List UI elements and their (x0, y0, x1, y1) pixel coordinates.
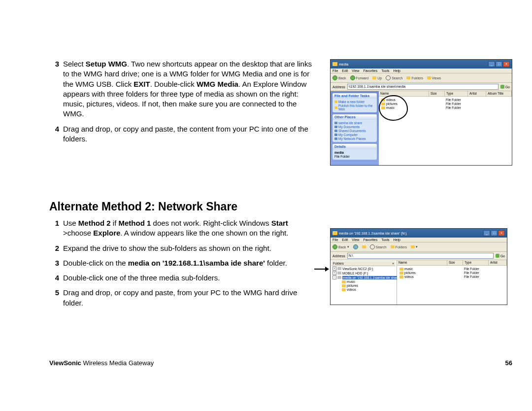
go-button[interactable]: Go (500, 85, 510, 89)
tree-node[interactable]: +MOBILE HDD (F:) (332, 271, 396, 275)
maximize-button[interactable]: □ (491, 230, 498, 236)
file-name: music (386, 106, 395, 109)
column-header[interactable]: Album Title (486, 91, 512, 96)
search-button[interactable]: Search (386, 75, 402, 80)
expand-toggle[interactable]: - (332, 275, 336, 279)
column-header[interactable]: Type (445, 91, 468, 96)
views-button[interactable]: ▾ (411, 245, 418, 249)
drive-icon (337, 276, 341, 279)
tree-node[interactable]: music (332, 280, 396, 283)
forward-icon (353, 244, 358, 249)
details-line: media (334, 151, 375, 154)
close-tree-icon[interactable]: × (392, 262, 394, 265)
sidebar-link[interactable]: Shared Documents (334, 129, 375, 133)
views-button[interactable]: Views (427, 76, 441, 80)
link-icon (334, 106, 337, 109)
file-row[interactable]: musicFile Folder (381, 106, 509, 109)
window-controls: _□× (488, 61, 510, 67)
sidebar-link[interactable]: My Network Places (334, 137, 375, 140)
file-type: File Folder (463, 267, 486, 271)
up-button[interactable]: Up (372, 76, 382, 80)
column-header[interactable]: Name (379, 91, 429, 96)
file-row[interactable]: picturesFile Folder (381, 102, 509, 105)
sidebar-link[interactable]: Make a new folder (334, 100, 375, 103)
tree-node[interactable]: +ViewSonic NCC2 (D:) (332, 267, 396, 271)
minimize-button[interactable]: _ (488, 61, 495, 67)
tree-node[interactable]: pictures (332, 284, 396, 287)
file-type: File Folder (463, 275, 486, 278)
file-type: File Folder (444, 106, 468, 109)
menu-item[interactable]: Help (394, 69, 400, 72)
column-header[interactable]: Artist (468, 91, 486, 96)
section-2-heading: Alternate Method 2: Network Share (49, 200, 512, 213)
search-button[interactable]: Search (370, 244, 387, 249)
address-field[interactable]: N:\ (347, 253, 494, 259)
menu-item[interactable]: View (352, 69, 359, 72)
views-icon (411, 245, 415, 248)
file-row[interactable]: videosFile Folder (381, 98, 509, 102)
menu-item[interactable]: File (332, 238, 338, 241)
toolbar: Back Forward Up Search Folders Views (331, 73, 512, 83)
up-button[interactable] (362, 245, 366, 248)
back-button[interactable]: Back ▾ (332, 244, 349, 249)
menu-item[interactable]: Favorites (363, 238, 377, 241)
tree-node[interactable]: -media on '192.168.1.1\samba ide share' … (332, 275, 396, 279)
go-button[interactable]: Go (496, 254, 505, 258)
tree-node[interactable]: videos (332, 288, 396, 291)
column-header[interactable]: Type (463, 260, 489, 265)
back-icon (332, 75, 337, 80)
back-button[interactable]: Back (332, 75, 346, 80)
expand-toggle[interactable]: + (332, 271, 336, 275)
menu-item[interactable]: Edit (342, 238, 348, 241)
folders-button[interactable]: Folders (391, 245, 407, 249)
titlebar: media _□× (331, 60, 512, 68)
step-number: 5 (49, 288, 59, 298)
link-icon (334, 101, 337, 103)
close-button[interactable]: × (498, 230, 505, 236)
folders-button[interactable]: Folders (406, 76, 423, 80)
menu-item[interactable]: File (332, 69, 338, 72)
folder-icon (399, 268, 403, 271)
column-headers: NameSizeTypeArtist (397, 260, 507, 266)
menu-item[interactable]: Favorites (363, 69, 377, 72)
step-body: Double-click on the media on '192.168.1.… (63, 258, 315, 268)
pointer-arrow (314, 266, 329, 272)
link-icon (334, 126, 337, 128)
sidebar-link[interactable]: My Computer (334, 133, 375, 137)
search-icon (386, 75, 391, 80)
file-row[interactable]: picturesFile Folder (399, 271, 504, 274)
file-name: music (404, 267, 413, 271)
link-icon (334, 122, 337, 124)
section-1-text: 3Select Setup WMG. Two new shortcuts app… (49, 59, 315, 149)
sidebar-link[interactable]: Publish this folder to the Web (334, 104, 375, 111)
menu-bar: FileEditViewFavoritesToolsHelp (331, 68, 512, 73)
column-header[interactable]: Size (447, 260, 463, 265)
minimize-button[interactable]: _ (483, 230, 490, 236)
maximize-button[interactable]: □ (496, 61, 502, 67)
column-header[interactable]: Name (397, 260, 447, 265)
sidebar-link[interactable]: My Documents (334, 125, 375, 129)
address-bar: Address \\192.168.1.1\samba ide share\me… (331, 83, 512, 91)
close-button[interactable]: × (503, 61, 510, 67)
menu-item[interactable]: Help (394, 238, 400, 241)
column-header[interactable]: Artist (489, 260, 507, 265)
menu-item[interactable]: View (352, 238, 359, 241)
menu-bar: FileEditViewFavoritesToolsHelp (331, 238, 507, 242)
file-row[interactable]: musicFile Folder (399, 267, 504, 271)
link-label: My Documents (338, 125, 360, 129)
address-field[interactable]: \\192.168.1.1\samba ide share\media (347, 84, 499, 90)
link-icon (334, 137, 337, 140)
expand-toggle[interactable]: + (332, 267, 336, 271)
sidebar-link[interactable]: samba ide share (334, 121, 375, 125)
menu-item[interactable]: Tools (381, 238, 389, 241)
forward-button[interactable] (353, 244, 358, 249)
forward-button[interactable]: Forward (350, 75, 369, 80)
file-name: videos (386, 98, 396, 102)
step-item: 2Expand the drive to show the sub-folder… (49, 243, 315, 253)
menu-item[interactable]: Edit (342, 69, 348, 72)
file-row[interactable]: videosFile Folder (399, 275, 504, 278)
menu-item[interactable]: Tools (381, 69, 389, 72)
step-number: 4 (49, 273, 59, 283)
column-header[interactable]: Size (429, 91, 445, 96)
section-2-row: 1Use Method 2 if Method 1 does not work.… (49, 218, 512, 315)
